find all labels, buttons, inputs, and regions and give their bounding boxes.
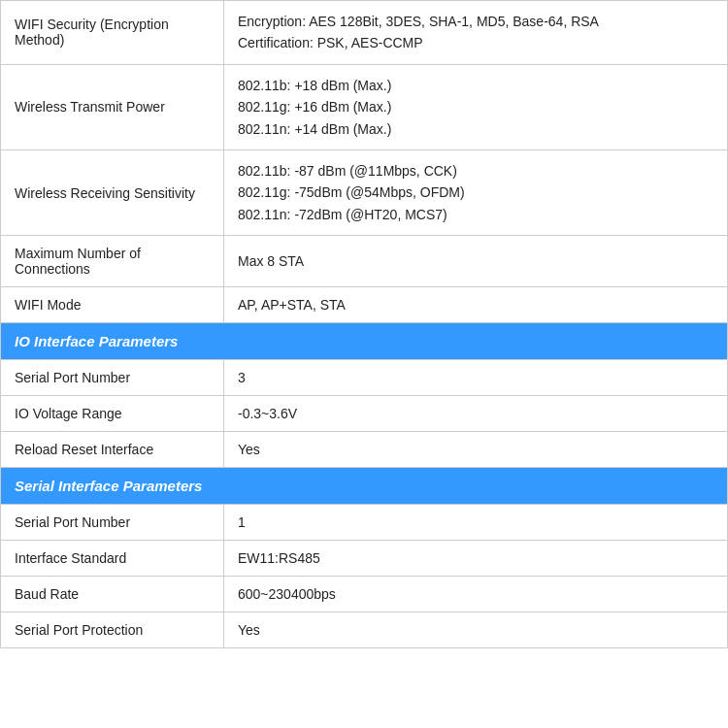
row-label-6: Serial Port Number — [1, 360, 224, 396]
row-value-0: Encryption: AES 128Bit, 3DES, SHA-1, MD5… — [224, 1, 728, 65]
specs-table: WIFI Security (Encryption Method)Encrypt… — [0, 0, 728, 648]
row-label-10: Serial Port Number — [1, 505, 224, 541]
row-value-12: 600~230400bps — [224, 577, 728, 612]
row-label-13: Serial Port Protection — [1, 612, 224, 648]
row-value-11: EW11:RS485 — [224, 541, 728, 577]
row-label-3: Maximum Number of Connections — [1, 236, 224, 287]
row-label-12: Baud Rate — [1, 577, 224, 612]
row-label-2: Wireless Receiving Sensitivity — [1, 149, 224, 235]
section-header-9: Serial Interface Parameters — [1, 468, 728, 505]
row-value-line-0-0: Encryption: AES 128Bit, 3DES, SHA-1, MD5… — [238, 14, 599, 29]
row-value-3: Max 8 STA — [224, 236, 728, 287]
section-header-5: IO Interface Parameters — [1, 323, 728, 360]
row-label-1: Wireless Transmit Power — [1, 64, 224, 149]
row-value-2: 802.11b: -87 dBm (@11Mbps, CCK)802.11g: … — [224, 149, 728, 235]
row-value-7: -0.3~3.6V — [224, 396, 728, 432]
row-value-line-1-0: 802.11b: +18 dBm (Max.) — [238, 78, 391, 93]
row-value-line-0-1: Certification: PSK, AES-CCMP — [238, 35, 423, 50]
row-value-line-1-1: 802.11g: +16 dBm (Max.) — [238, 99, 391, 115]
row-value-6: 3 — [224, 360, 728, 396]
row-value-4: AP, AP+STA, STA — [224, 287, 728, 323]
row-value-line-2-0: 802.11b: -87 dBm (@11Mbps, CCK) — [238, 163, 457, 179]
row-value-8: Yes — [224, 432, 728, 468]
row-value-line-2-2: 802.11n: -72dBm (@HT20, MCS7) — [238, 207, 447, 222]
row-value-1: 802.11b: +18 dBm (Max.)802.11g: +16 dBm … — [224, 64, 728, 149]
row-value-line-1-2: 802.11n: +14 dBm (Max.) — [238, 121, 391, 137]
row-value-13: Yes — [224, 612, 728, 648]
row-label-7: IO Voltage Range — [1, 396, 224, 432]
row-label-8: Reload Reset Interface — [1, 432, 224, 468]
row-value-line-2-1: 802.11g: -75dBm (@54Mbps, OFDM) — [238, 184, 465, 200]
row-label-11: Interface Standard — [1, 541, 224, 577]
row-value-10: 1 — [224, 505, 728, 541]
row-label-4: WIFI Mode — [1, 287, 224, 323]
row-label-0: WIFI Security (Encryption Method) — [1, 1, 224, 65]
